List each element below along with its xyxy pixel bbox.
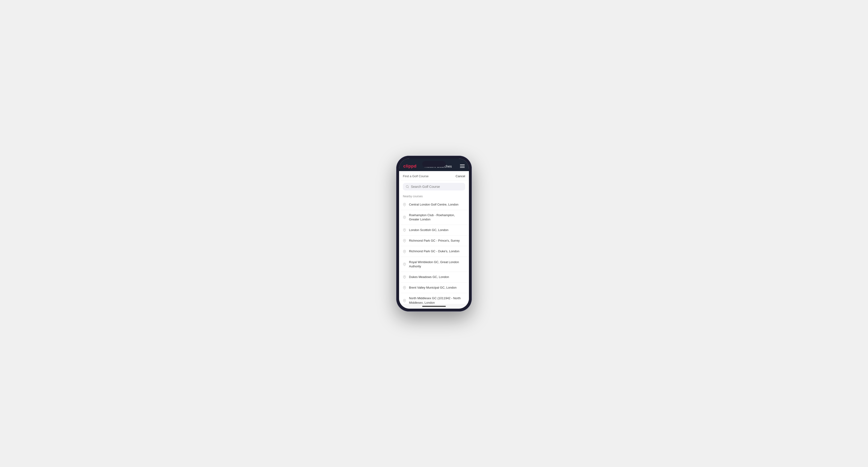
find-title: Find a Golf Course — [403, 175, 429, 178]
course-name: London Scottish GC, London — [409, 228, 448, 232]
phone-device: clippd Recent Searches Find a Golf Cours… — [396, 156, 472, 311]
pin-icon — [403, 228, 406, 232]
course-name: Dukes Meadows GC, London — [409, 275, 449, 279]
pin-icon — [403, 262, 406, 266]
course-name: Roehampton Club - Roehampton, Greater Lo… — [409, 213, 465, 222]
svg-point-8 — [404, 276, 405, 277]
course-list-item[interactable]: Roehampton Club - Roehampton, Greater Lo… — [399, 210, 469, 225]
course-name: Brent Valley Municipal GC, London — [409, 285, 457, 290]
search-input-wrapper — [403, 183, 465, 190]
course-list-item[interactable]: Royal Wimbledon GC, Great London Authori… — [399, 257, 469, 272]
nearby-label: Nearby courses — [399, 193, 469, 199]
course-name: North Middlesex GC (1011942 - North Midd… — [409, 296, 465, 304]
pin-icon — [403, 299, 406, 302]
find-header: Find a Golf Course Cancel — [399, 171, 469, 181]
pin-icon — [403, 239, 406, 242]
pin-icon — [403, 216, 406, 219]
course-list: Central London Golf Centre, LondonRoeham… — [399, 199, 469, 304]
course-name: Central London Golf Centre, London — [409, 203, 459, 207]
nearby-section: Nearby courses Central London Golf Centr… — [399, 193, 469, 304]
svg-point-2 — [404, 204, 405, 205]
pin-icon — [403, 250, 406, 253]
home-bar — [422, 306, 446, 307]
course-name: Richmond Park GC - Duke's, London — [409, 249, 459, 253]
course-list-item[interactable]: North Middlesex GC (1011942 - North Midd… — [399, 293, 469, 304]
course-list-item[interactable]: Richmond Park GC - Duke's, London — [399, 246, 469, 257]
svg-line-1 — [408, 187, 409, 188]
svg-point-9 — [404, 287, 405, 288]
svg-point-3 — [404, 217, 405, 218]
svg-point-10 — [404, 300, 405, 301]
pin-icon — [403, 275, 406, 279]
course-list-item[interactable]: Richmond Park GC - Prince's, Surrey — [399, 236, 469, 246]
course-list-item[interactable]: Brent Valley Municipal GC, London — [399, 282, 469, 293]
pin-icon — [403, 203, 406, 206]
pin-icon — [403, 286, 406, 289]
menu-icon[interactable] — [460, 164, 465, 168]
course-name: Richmond Park GC - Prince's, Surrey — [409, 239, 460, 243]
course-list-item[interactable]: Dukes Meadows GC, London — [399, 272, 469, 282]
dynamic-island — [422, 161, 446, 167]
cancel-button[interactable]: Cancel — [456, 175, 465, 178]
course-list-item[interactable]: London Scottish GC, London — [399, 225, 469, 236]
phone-screen: clippd Recent Searches Find a Golf Cours… — [399, 159, 469, 309]
app-logo: clippd — [403, 164, 416, 169]
main-content: Find a Golf Course Cancel Nearby courses… — [399, 171, 469, 304]
svg-point-7 — [404, 263, 405, 264]
course-name: Royal Wimbledon GC, Great London Authori… — [409, 260, 465, 269]
svg-point-4 — [404, 229, 405, 230]
search-icon — [406, 185, 409, 188]
home-indicator — [399, 304, 469, 309]
search-input[interactable] — [411, 185, 462, 189]
svg-point-6 — [404, 251, 405, 252]
search-container — [399, 181, 469, 193]
svg-point-5 — [404, 240, 405, 241]
course-list-item[interactable]: Central London Golf Centre, London — [399, 199, 469, 210]
